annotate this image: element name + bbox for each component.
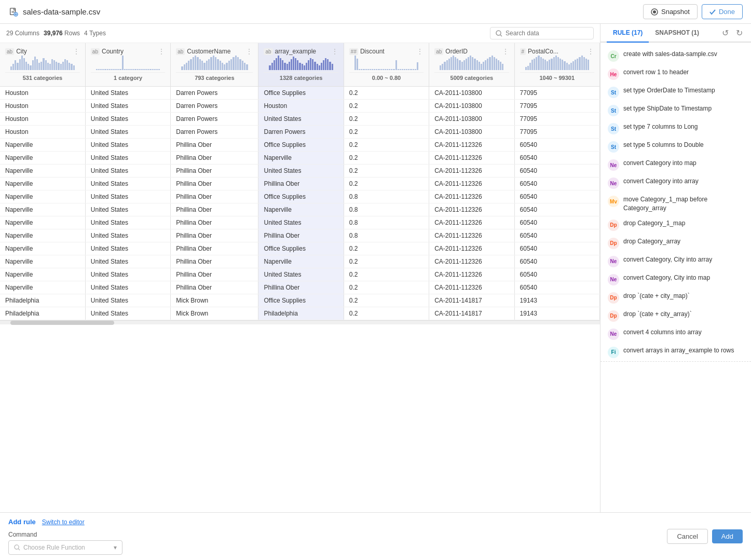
- histogram-country: [91, 56, 165, 72]
- rule-item[interactable]: Stset type 7 columns to Long: [600, 119, 751, 138]
- add-rule-row: Add rule Switch to editor: [8, 518, 122, 526]
- col-header-discount[interactable]: ##Discount⋮0.00 ~ 0.80: [344, 43, 429, 87]
- rule-item[interactable]: Dpdrop `(cate + city_array)`: [600, 307, 751, 325]
- table-cell: Phillina Ober: [258, 229, 344, 242]
- col-menu-orderid[interactable]: ⋮: [502, 47, 509, 56]
- scrollbar-thumb[interactable]: [10, 321, 114, 325]
- rule-text: convert 4 columns into array: [623, 328, 744, 337]
- col-menu-customername[interactable]: ⋮: [245, 47, 253, 56]
- rule-item[interactable]: Neconvert Category, City into map: [600, 270, 751, 289]
- rule-badge: St: [608, 87, 619, 98]
- table-row[interactable]: NapervilleUnited StatesPhillina OberNape…: [0, 203, 600, 216]
- rule-item[interactable]: Neconvert 4 columns into array: [600, 325, 751, 343]
- table-cell: 0.2: [344, 87, 429, 100]
- bottom-actions: Add rule Switch to editor Command Choose…: [8, 518, 743, 555]
- table-row[interactable]: HoustonUnited StatesDarren PowersHouston…: [0, 100, 600, 113]
- table-cell: 19143: [514, 307, 599, 320]
- cancel-button[interactable]: Cancel: [667, 529, 707, 544]
- col-name-orderid: OrderID: [445, 48, 468, 55]
- done-button[interactable]: Done: [702, 4, 743, 19]
- rule-item[interactable]: Heconvert row 1 to header: [600, 65, 751, 83]
- table-cell: Houston: [258, 100, 344, 113]
- table-row[interactable]: NapervilleUnited StatesPhillina OberNape…: [0, 255, 600, 268]
- rule-item[interactable]: Mvmove Category_1_map before Category_ar…: [600, 192, 751, 216]
- table-row[interactable]: NapervilleUnited StatesPhillina OberNape…: [0, 152, 600, 165]
- table-row[interactable]: NapervilleUnited StatesPhillina OberPhil…: [0, 281, 600, 294]
- table-row[interactable]: NapervilleUnited StatesPhillina OberPhil…: [0, 229, 600, 242]
- header-left: sales-data-sample.csv: [8, 7, 100, 17]
- col-header-city[interactable]: abCity⋮531 categories: [0, 43, 85, 87]
- table-row[interactable]: PhiladelphiaUnited StatesMick BrownOffic…: [0, 294, 600, 307]
- table-row[interactable]: NapervilleUnited StatesPhillina OberUnit…: [0, 165, 600, 177]
- col-header-array_example[interactable]: abarray_example⋮1328 categories: [258, 43, 344, 87]
- rule-item[interactable]: Dpdrop Category_1_map: [600, 216, 751, 234]
- rule-item[interactable]: Dpdrop `(cate + city_map)`: [600, 289, 751, 307]
- col-menu-city[interactable]: ⋮: [73, 47, 80, 56]
- command-select[interactable]: Choose Rule Function ▾: [8, 540, 122, 555]
- col-header-postalco...[interactable]: #PostalCo...⋮1040 ~ 99301: [514, 43, 599, 87]
- table-cell: CA-2011-112326: [429, 203, 514, 216]
- rule-item[interactable]: Stset type OrderDate to Timestamp: [600, 83, 751, 101]
- col-menu-postalco...[interactable]: ⋮: [587, 47, 594, 56]
- col-menu-discount[interactable]: ⋮: [416, 47, 424, 56]
- table-row[interactable]: NapervilleUnited StatesPhillina OberOffi…: [0, 190, 600, 203]
- table-cell: Phillina Ober: [171, 165, 258, 177]
- rule-text: drop Category_1_map: [623, 219, 744, 228]
- histogram-orderid: [434, 56, 509, 72]
- table-row[interactable]: HoustonUnited StatesDarren PowersOffice …: [0, 87, 600, 100]
- table-row[interactable]: HoustonUnited StatesDarren PowersDarren …: [0, 126, 600, 139]
- rule-item[interactable]: Dpdrop Category_array: [600, 234, 751, 252]
- col-header-customername[interactable]: abCustomerName⋮793 categories: [171, 43, 258, 87]
- col-header-orderid[interactable]: abOrderID⋮5009 categories: [429, 43, 514, 87]
- rule-badge: Ne: [608, 256, 619, 267]
- table-row[interactable]: NapervilleUnited StatesPhillina OberOffi…: [0, 139, 600, 152]
- rule-item[interactable]: Neconvert Category into array: [600, 174, 751, 192]
- table-cell: United States: [85, 190, 170, 203]
- horizontal-scrollbar[interactable]: [0, 320, 600, 324]
- table-row[interactable]: HoustonUnited StatesDarren PowersUnited …: [0, 113, 600, 126]
- search-input-wrap[interactable]: [490, 27, 594, 39]
- table-cell: Houston: [0, 100, 85, 113]
- snapshot-button[interactable]: Snapshot: [643, 4, 698, 19]
- table-cell: Office Supplies: [258, 87, 344, 100]
- table-cell: Phillina Ober: [171, 203, 258, 216]
- table-cell: United States: [85, 307, 170, 320]
- rule-text: set type 5 columns to Double: [623, 141, 744, 149]
- col-header-country[interactable]: abCountry⋮1 category: [85, 43, 170, 87]
- table-cell: Phillina Ober: [258, 281, 344, 294]
- add-rule-label[interactable]: Add rule: [8, 518, 36, 526]
- add-button[interactable]: Add: [712, 529, 743, 543]
- col-menu-array_example[interactable]: ⋮: [331, 47, 338, 56]
- switch-editor-link[interactable]: Switch to editor: [42, 518, 85, 526]
- table-row[interactable]: NapervilleUnited StatesPhillina OberUnit…: [0, 268, 600, 281]
- table-cell: 60540: [514, 177, 599, 190]
- rule-item[interactable]: Crcreate with sales-data-sample.csv: [600, 47, 751, 65]
- redo-button[interactable]: ↻: [734, 27, 745, 39]
- col-stats-country: 1 category: [91, 72, 165, 84]
- table-cell: CA-2011-141817: [429, 307, 514, 320]
- col-menu-country[interactable]: ⋮: [158, 47, 165, 56]
- table-cell: United States: [85, 203, 170, 216]
- table-cell: CA-2011-103800: [429, 126, 514, 139]
- table-cell: United States: [85, 229, 170, 242]
- table-row[interactable]: NapervilleUnited StatesPhillina OberOffi…: [0, 242, 600, 255]
- table-cell: Philadelphia: [0, 307, 85, 320]
- rule-item[interactable]: Stset type ShipDate to Timestamp: [600, 101, 751, 119]
- tab-rule[interactable]: RULE (17): [607, 24, 649, 43]
- table-row[interactable]: NapervilleUnited StatesPhillina OberPhil…: [0, 177, 600, 190]
- table-cell: Naperville: [0, 203, 85, 216]
- table-cell: United States: [85, 152, 170, 165]
- table-cell: Houston: [0, 126, 85, 139]
- undo-button[interactable]: ↺: [720, 27, 731, 39]
- rule-item[interactable]: Ficonvert arrays in array_example to row…: [600, 343, 751, 362]
- rule-item[interactable]: Neconvert Category into map: [600, 156, 751, 174]
- table-row[interactable]: PhiladelphiaUnited StatesMick BrownPhila…: [0, 307, 600, 320]
- table-wrap[interactable]: abCity⋮531 categoriesabCountry⋮1 categor…: [0, 43, 600, 512]
- tab-snapshot[interactable]: SNAPSHOT (1): [649, 24, 705, 43]
- table-cell: United States: [258, 268, 344, 281]
- col-name-country: Country: [102, 48, 124, 55]
- rule-item[interactable]: Neconvert Category, City into array: [600, 252, 751, 270]
- search-input[interactable]: [506, 30, 583, 37]
- table-row[interactable]: NapervilleUnited StatesPhillina OberUnit…: [0, 216, 600, 229]
- rule-item[interactable]: Stset type 5 columns to Double: [600, 138, 751, 156]
